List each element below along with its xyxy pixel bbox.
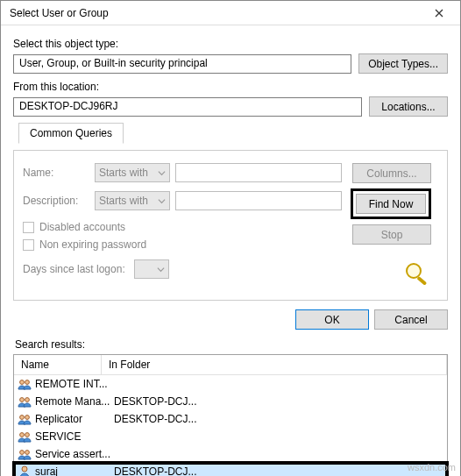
search-results-label: Search results:	[15, 338, 446, 351]
close-button[interactable]	[423, 4, 455, 23]
group-icon	[18, 377, 32, 391]
dialog-title: Select User or Group	[10, 7, 109, 19]
description-match-combo[interactable]: Starts with	[95, 191, 170, 210]
result-name: REMOTE INT...	[35, 378, 114, 390]
column-header-name[interactable]: Name	[14, 355, 102, 374]
non-expiring-password-checkbox[interactable]	[23, 239, 34, 251]
description-input[interactable]	[175, 191, 342, 210]
group-icon	[18, 394, 32, 409]
result-name: Remote Mana...	[35, 395, 114, 408]
find-now-button[interactable]: Find Now	[356, 194, 426, 214]
result-name: Service assert...	[35, 448, 114, 460]
result-name: suraj	[35, 465, 114, 476]
svg-point-6	[20, 416, 25, 420]
result-row[interactable]: Remote Mana...DESKTOP-DCJ...	[14, 393, 447, 410]
user-icon	[18, 465, 32, 476]
tabstrip: Common Queries	[13, 123, 448, 144]
result-folder: DESKTOP-DCJ...	[114, 413, 443, 425]
chevron-down-icon	[158, 197, 166, 205]
result-name: Replicator	[35, 413, 114, 425]
result-row[interactable]: Service assert...	[14, 445, 447, 463]
svg-rect-1	[416, 276, 427, 285]
close-icon	[435, 9, 443, 18]
query-side-buttons: Columns... Find Now Stop	[351, 163, 431, 288]
tab-common-queries[interactable]: Common Queries	[18, 123, 124, 144]
svg-point-7	[25, 416, 30, 420]
group-icon	[18, 430, 32, 444]
result-row[interactable]: surajDESKTOP-DCJ...	[14, 463, 447, 476]
svg-point-3	[25, 380, 30, 385]
result-folder: DESKTOP-DCJ...	[114, 465, 443, 476]
object-type-label: Select this object type:	[13, 38, 448, 50]
chevron-down-icon	[157, 266, 165, 274]
object-type-field[interactable]: User, Group, or Built-in security princi…	[13, 54, 351, 74]
svg-point-12	[22, 466, 27, 472]
days-since-logon-label: Days since last logon:	[23, 263, 125, 275]
disabled-accounts-checkbox[interactable]	[23, 222, 34, 233]
locations-button[interactable]: Locations...	[369, 96, 448, 117]
columns-button[interactable]: Columns...	[352, 163, 431, 183]
name-match-combo[interactable]: Starts with	[95, 163, 170, 182]
svg-point-11	[25, 451, 30, 455]
result-folder: DESKTOP-DCJ...	[114, 395, 443, 408]
svg-point-10	[20, 451, 25, 455]
search-results-list: Name In Folder REMOTE INT...Remote Mana.…	[13, 354, 448, 476]
cancel-button[interactable]: Cancel	[374, 309, 448, 330]
description-label: Description:	[23, 195, 89, 207]
result-name: SERVICE	[35, 430, 114, 443]
select-user-or-group-dialog: Select User or Group Select this object …	[0, 0, 461, 476]
common-queries-group: Name: Starts with Description: Starts wi…	[13, 150, 448, 301]
chevron-down-icon	[158, 169, 166, 177]
svg-point-2	[20, 380, 25, 385]
days-since-logon-combo[interactable]	[134, 259, 169, 279]
from-location-label: From this location:	[13, 81, 448, 93]
watermark: wsxdn.com	[408, 462, 456, 472]
svg-point-4	[20, 398, 25, 402]
ok-button[interactable]: OK	[295, 309, 369, 330]
query-left: Name: Starts with Description: Starts wi…	[23, 163, 342, 288]
group-icon	[18, 447, 32, 461]
results-body: REMOTE INT...Remote Mana...DESKTOP-DCJ..…	[14, 375, 447, 476]
disabled-accounts-label: Disabled accounts	[39, 221, 125, 233]
group-icon	[18, 412, 32, 426]
search-icon	[403, 260, 431, 288]
dialog-content: Select this object type: User, Group, or…	[1, 25, 460, 476]
svg-point-5	[25, 398, 30, 402]
result-row[interactable]: SERVICE	[14, 428, 447, 445]
result-row[interactable]: REMOTE INT...	[14, 375, 447, 393]
name-input[interactable]	[175, 163, 342, 182]
svg-point-8	[20, 433, 25, 437]
stop-button[interactable]: Stop	[352, 224, 431, 245]
non-expiring-password-label: Non expiring password	[39, 238, 146, 251]
svg-point-0	[407, 264, 421, 278]
location-field[interactable]: DESKTOP-DCJ96RJ	[13, 97, 362, 117]
result-row[interactable]: ReplicatorDESKTOP-DCJ...	[14, 410, 447, 428]
object-types-button[interactable]: Object Types...	[358, 53, 448, 74]
name-label: Name:	[23, 167, 89, 179]
column-header-in-folder[interactable]: In Folder	[102, 355, 447, 374]
column-headers: Name In Folder	[14, 355, 447, 375]
svg-point-9	[25, 433, 30, 437]
find-now-highlight: Find Now	[351, 188, 431, 219]
titlebar: Select User or Group	[1, 1, 460, 25]
